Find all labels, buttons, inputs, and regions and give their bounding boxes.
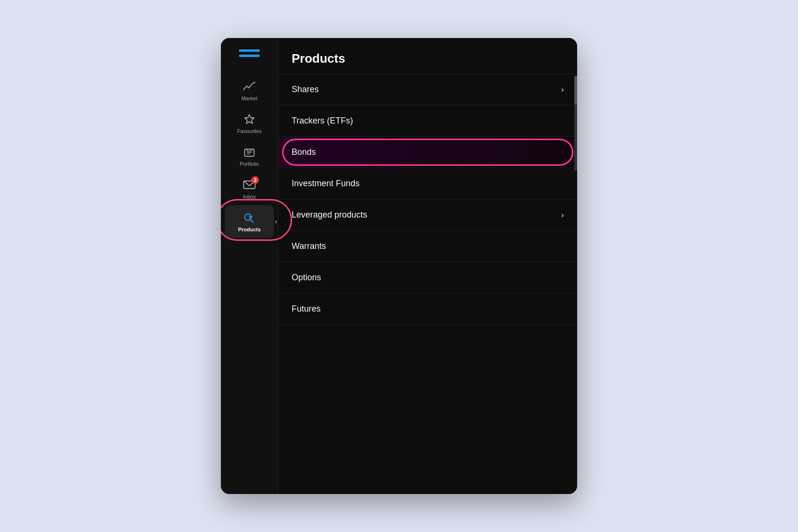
products-label: Products	[238, 227, 261, 232]
portfolio-icon	[244, 147, 255, 157]
favourites-icon-wrap	[243, 113, 256, 126]
scrollbar-track[interactable]	[574, 76, 577, 171]
bonds-annotation	[282, 139, 573, 166]
products-icon-wrap	[243, 211, 256, 224]
sidebar-item-favourites[interactable]: Favourites	[221, 107, 278, 140]
favourites-label: Favourites	[237, 128, 261, 134]
products-list[interactable]: Shares › Trackers (ETFs) Bonds Investmen…	[278, 74, 577, 494]
main-panel: Products Shares › Trackers (ETFs) Bonds …	[278, 38, 577, 494]
scrollbar-thumb[interactable]	[574, 76, 577, 104]
sidebar-item-inbox[interactable]: 3 Inbox	[221, 172, 278, 205]
product-name-bonds: Bonds	[292, 147, 316, 157]
sidebar-item-products[interactable]: Products ›	[225, 205, 274, 238]
product-name-options: Options	[292, 273, 321, 283]
shares-chevron: ›	[561, 86, 564, 94]
product-item-investment-funds[interactable]: Investment Funds	[278, 168, 577, 200]
leveraged-chevron: ›	[561, 211, 564, 219]
svg-marker-0	[245, 114, 254, 124]
product-name-shares: Shares	[292, 85, 319, 95]
hamburger-button[interactable]	[239, 46, 260, 61]
market-icon-wrap	[243, 80, 256, 93]
sidebar: Market Favourites Portfolio	[221, 38, 278, 494]
main-header: Products	[278, 38, 577, 74]
portfolio-label: Portfolio	[240, 161, 259, 167]
sidebar-item-portfolio[interactable]: Portfolio	[221, 140, 278, 172]
product-item-bonds[interactable]: Bonds	[278, 137, 577, 168]
products-icon	[243, 212, 256, 223]
market-icon	[243, 81, 256, 92]
product-item-options[interactable]: Options	[278, 262, 577, 294]
portfolio-icon-wrap	[243, 145, 256, 159]
app-container: Market Favourites Portfolio	[221, 38, 577, 494]
inbox-label: Inbox	[243, 194, 256, 200]
product-item-shares[interactable]: Shares ›	[278, 74, 577, 105]
favourites-icon	[244, 114, 255, 125]
product-name-investment-funds: Investment Funds	[292, 179, 360, 189]
product-name-warrants: Warrants	[292, 241, 326, 251]
svg-rect-2	[247, 149, 252, 151]
product-name-trackers: Trackers (ETFs)	[292, 116, 353, 126]
product-name-futures: Futures	[292, 304, 321, 314]
inbox-icon-wrap: 3	[243, 178, 256, 191]
product-item-futures[interactable]: Futures	[278, 294, 577, 325]
market-label: Market	[241, 95, 257, 101]
sidebar-item-market[interactable]: Market	[221, 74, 278, 107]
svg-line-7	[251, 220, 254, 223]
page-title: Products	[292, 51, 564, 66]
inbox-badge: 3	[251, 176, 259, 184]
product-item-leveraged[interactable]: Leveraged products ›	[278, 200, 577, 231]
product-item-warrants[interactable]: Warrants	[278, 231, 577, 262]
products-nav-chevron: ›	[275, 218, 277, 225]
product-item-trackers[interactable]: Trackers (ETFs)	[278, 105, 577, 137]
product-name-leveraged: Leveraged products	[292, 210, 367, 220]
